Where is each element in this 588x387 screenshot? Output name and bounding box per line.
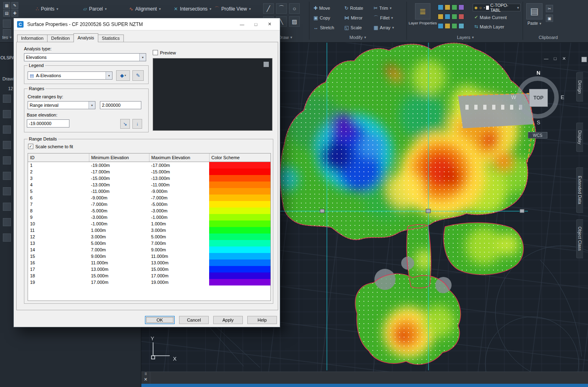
- command-line-panel[interactable]: ⠿ ✕ Command: LEVELOFDETAIL Command: Spec…: [141, 372, 588, 385]
- help-button[interactable]: Help: [247, 316, 277, 324]
- range-row[interactable]: 135.000m7.000m: [28, 240, 270, 246]
- legend-edit-button[interactable]: ✎: [132, 70, 144, 81]
- layer-properties-button[interactable]: ≣: [415, 3, 430, 19]
- palette-tool-icon[interactable]: [3, 125, 11, 134]
- sidebar-mini-icon[interactable]: [582, 57, 587, 62]
- side-tab-object-class[interactable]: Object Class: [576, 219, 583, 258]
- ribbon-corner-icon[interactable]: ✚: [11, 10, 18, 17]
- col-min-elevation[interactable]: Minimum Elevation: [89, 154, 149, 162]
- layer-tool-icon[interactable]: [452, 4, 457, 10]
- layer-tool-icon[interactable]: [452, 14, 457, 19]
- palette-tool-icon[interactable]: [3, 187, 11, 195]
- drawings-tree-item[interactable]: Drawi: [2, 76, 14, 81]
- stretch-tool[interactable]: ↔Stretch: [313, 24, 334, 31]
- mirror-tool[interactable]: ⋈Mirror: [344, 15, 363, 21]
- analysis-type-dropdown[interactable]: Elevations ▾: [24, 53, 146, 61]
- rotate-tool[interactable]: ↻Rotate: [344, 5, 363, 11]
- range-row[interactable]: 1713.000m15.000m: [28, 266, 270, 272]
- range-row[interactable]: 1815.000m17.000m: [28, 272, 270, 279]
- command-close-icon[interactable]: ✕: [144, 377, 147, 382]
- palette-tool-icon[interactable]: [3, 110, 11, 118]
- palette-tool-icon[interactable]: [3, 95, 11, 103]
- trim-tool[interactable]: ✂Trim▾: [374, 5, 391, 11]
- tab-analysis[interactable]: Analysis: [74, 33, 98, 42]
- color-band-cell[interactable]: [209, 240, 270, 246]
- scale-tool[interactable]: ◱Scale: [344, 24, 362, 31]
- palettes-group-label[interactable]: tes▾: [0, 35, 14, 40]
- range-row[interactable]: 111.000m3.000m: [28, 227, 270, 233]
- viewcube-top[interactable]: TOP: [529, 89, 548, 107]
- layer-tool-icon[interactable]: [438, 23, 443, 29]
- toolspace-panel-icon[interactable]: [3, 19, 11, 28]
- pick-from-drawing-button[interactable]: ↘: [120, 119, 130, 129]
- drag-grip-icon[interactable]: ⠿: [145, 372, 147, 376]
- array-tool[interactable]: ▦Array▾: [374, 24, 394, 31]
- palette-tool-icon[interactable]: [3, 203, 11, 211]
- preview-checkbox[interactable]: Preview: [153, 50, 176, 55]
- layer-tool-icon[interactable]: [445, 23, 450, 29]
- color-band-cell[interactable]: [209, 279, 270, 285]
- alignment-tool[interactable]: ∿Alignment▾: [129, 5, 161, 13]
- apply-ranges-button[interactable]: ↓: [132, 119, 142, 129]
- points-tool[interactable]: ∴Points▾: [36, 5, 58, 13]
- color-band-cell[interactable]: [209, 246, 270, 253]
- range-row[interactable]: 7-7.000m-5.000m: [28, 201, 270, 208]
- color-band-cell[interactable]: [209, 188, 270, 195]
- wcs-indicator[interactable]: WCS: [528, 132, 547, 138]
- color-band-cell[interactable]: [209, 221, 270, 227]
- range-row[interactable]: 123.000m5.000m: [28, 233, 270, 240]
- fillet-tool[interactable]: ⌒Fillet▾: [374, 15, 393, 21]
- compass-east[interactable]: E: [560, 94, 565, 100]
- color-band-cell[interactable]: [209, 201, 270, 208]
- legend-dropdown[interactable]: ▤ A-Elevations ▾: [28, 71, 112, 80]
- color-band-cell[interactable]: [209, 169, 270, 175]
- palette-tool-icon[interactable]: [3, 233, 11, 242]
- layer-tool-icon[interactable]: [452, 23, 457, 29]
- create-ranges-by-dropdown[interactable]: Range interval ▾: [28, 101, 95, 109]
- side-tab-display[interactable]: Display: [576, 123, 583, 152]
- draw-arc-tool[interactable]: ⌒: [276, 3, 287, 14]
- intersections-tool[interactable]: ✕Intersections▾: [174, 5, 212, 13]
- color-band-cell[interactable]: [209, 208, 270, 214]
- range-row[interactable]: 147.000m9.000m: [28, 246, 270, 253]
- col-id[interactable]: ID: [28, 154, 89, 162]
- dialog-titlebar[interactable]: C Surface Properties - CF 20200526 SG SU…: [14, 18, 280, 30]
- cut-button[interactable]: ✂: [546, 5, 553, 12]
- parcel-tool[interactable]: ▱Parcel▾: [83, 5, 107, 13]
- palette-tool-icon[interactable]: [3, 218, 11, 226]
- range-row[interactable]: 9-3.000m-1.000m: [28, 214, 270, 221]
- ok-button[interactable]: OK: [145, 316, 175, 324]
- layer-tool-icon[interactable]: [458, 14, 464, 19]
- dialog-minimize-button[interactable]: —: [235, 19, 249, 30]
- copy-tool[interactable]: ▣Copy: [313, 15, 330, 21]
- make-current-button[interactable]: ✔Make Current: [474, 15, 507, 20]
- preview-panel[interactable]: [153, 58, 272, 131]
- draw-hatch-tool[interactable]: ▨: [289, 16, 300, 27]
- palette-tool-icon[interactable]: [3, 156, 11, 164]
- checkbox-box[interactable]: [153, 50, 158, 55]
- range-row[interactable]: 6-9.000m-7.000m: [28, 195, 270, 201]
- legend-style-button[interactable]: ◆ ▾: [116, 70, 130, 81]
- viewport-close-button[interactable]: ✕: [561, 56, 567, 61]
- range-interval-input[interactable]: [100, 101, 141, 109]
- range-row[interactable]: 4-13.000m-11.000m: [28, 182, 270, 188]
- range-row[interactable]: 1611.000m13.000m: [28, 259, 270, 266]
- layers-group-label[interactable]: Layers▾: [408, 35, 523, 40]
- ribbon-corner-icon[interactable]: ▤: [3, 10, 10, 17]
- compass-west[interactable]: W: [511, 94, 517, 100]
- side-tab-extended-data[interactable]: Extended Data: [576, 167, 583, 213]
- col-max-elevation[interactable]: Maximum Elevation: [149, 154, 209, 162]
- side-tab-design[interactable]: Design: [576, 72, 583, 102]
- modify-group-label[interactable]: Modify▾: [311, 35, 405, 40]
- ribbon-corner-icon[interactable]: ▦: [3, 2, 10, 9]
- scale-scheme-checkbox[interactable]: ✓ Scale scheme to fit: [28, 144, 73, 149]
- range-row[interactable]: 8-5.000m-3.000m: [28, 208, 270, 214]
- col-color-scheme[interactable]: Color Scheme: [209, 154, 270, 162]
- copy-clip-button[interactable]: ▣: [546, 15, 553, 22]
- palette-tool-icon[interactable]: [3, 141, 11, 149]
- color-band-cell[interactable]: [209, 182, 270, 188]
- paste-label-row[interactable]: Paste▾: [527, 21, 541, 26]
- layer-tool-icon[interactable]: [458, 23, 464, 29]
- layer-tool-icon[interactable]: [445, 4, 450, 10]
- range-row[interactable]: 5-11.000m-9.000m: [28, 188, 270, 195]
